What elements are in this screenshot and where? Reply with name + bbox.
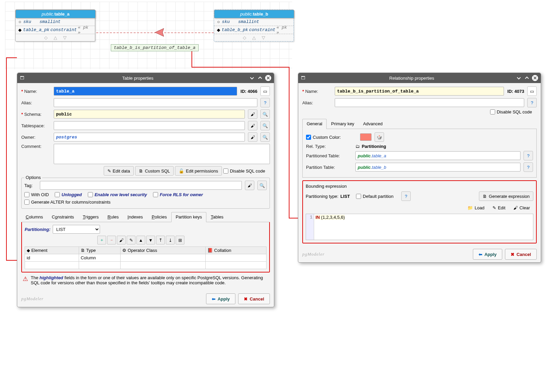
constraint-icon: ◆	[18, 28, 22, 32]
collapse-button[interactable]	[516, 75, 522, 81]
help-button[interactable]: ?	[260, 98, 270, 107]
cancel-button[interactable]: ✖Cancel	[505, 249, 537, 260]
triangle-icon: △	[54, 35, 57, 40]
er-table-b-header: public.table_b	[214, 10, 294, 18]
edit-permissions-button[interactable]: 🔓Edit permissions	[175, 166, 222, 176]
help-button[interactable]: ?	[524, 151, 533, 160]
er-constraint-row[interactable]: ◆table_b_pkconstraint« pk »	[214, 26, 294, 34]
clear-tag-button[interactable]: 🖌	[245, 181, 254, 190]
tab-primary-key[interactable]: Primary key	[327, 119, 359, 129]
help-button[interactable]: ?	[401, 191, 411, 201]
table-row[interactable]	[25, 262, 266, 269]
tab-columns[interactable]: Columns	[21, 212, 47, 222]
col-type-header[interactable]: 🗎 Type	[79, 247, 120, 254]
move-up-button[interactable]: ▲	[136, 236, 145, 244]
close-button[interactable]	[265, 75, 271, 81]
search-owner-button[interactable]: 🔍	[260, 132, 270, 142]
schema-input[interactable]	[54, 110, 245, 119]
tab-indexes[interactable]: Indexes	[123, 212, 148, 222]
id-lookup-button[interactable]: ▭	[527, 86, 537, 96]
partition-table-field: public.table_b	[355, 163, 520, 172]
gen-alter-checkbox[interactable]: Generate ALTER for columns/constraints	[24, 200, 110, 205]
move-top-button[interactable]: ⤒	[156, 236, 165, 244]
custom-color-checkbox[interactable]: Custom Color:	[306, 135, 353, 140]
tab-policies[interactable]: Policies	[147, 212, 171, 222]
er-table-a[interactable]: public.table_a 🔑idserial« pk » ○skusmall…	[15, 9, 95, 42]
edit-data-button[interactable]: ✎Edit data	[104, 166, 134, 176]
expression-code-editor[interactable]: 1 IN (1,2,3,4,5,6)	[306, 214, 533, 240]
color-swatch[interactable]	[360, 133, 372, 141]
tab-triggers[interactable]: Triggers	[78, 212, 103, 222]
tab-constraints[interactable]: Constraints	[47, 212, 78, 222]
tab-partition-keys[interactable]: Partition keys	[171, 212, 206, 222]
remove-button[interactable]: －	[107, 236, 116, 244]
name-label: Name:	[302, 89, 333, 94]
rls-checkbox[interactable]: Enable row level security	[88, 192, 147, 197]
generate-expression-button[interactable]: 🗎Generate expression	[479, 191, 533, 201]
unlogged-checkbox[interactable]: Unlogged	[55, 192, 82, 197]
clear-button[interactable]: 🖌Clear	[510, 203, 533, 212]
alias-label: Alias:	[302, 100, 333, 105]
apply-button[interactable]: ⬅Apply	[206, 293, 235, 304]
expand-button[interactable]	[257, 75, 263, 81]
id-lookup-button[interactable]: ▭	[260, 86, 270, 96]
tab-rules[interactable]: Rules	[103, 212, 123, 222]
move-down-button[interactable]: ▼	[146, 236, 155, 244]
name-input[interactable]	[335, 87, 504, 96]
table-row[interactable]: idColumn	[25, 254, 266, 262]
col-dot-icon: ○	[18, 20, 22, 24]
help-button[interactable]: ?	[524, 162, 533, 172]
load-button[interactable]: 📁Load	[464, 203, 488, 212]
tab-general[interactable]: General	[302, 119, 327, 129]
lock-icon: 🔓	[179, 168, 184, 174]
paint-button[interactable]: 🖌	[117, 236, 126, 244]
clear-schema-button[interactable]: 🖌	[248, 109, 257, 119]
partition-keys-grid[interactable]: ◆ Element 🗎 Type ⚙ Operator Class 📕 Coll…	[25, 246, 266, 269]
col-collation-header[interactable]: 📕 Collation	[206, 247, 266, 254]
custom-sql-button[interactable]: 🗎Custom SQL	[135, 166, 174, 176]
search-tag-button[interactable]: 🔍	[257, 181, 267, 190]
random-color-button[interactable]: 🎲	[375, 132, 384, 142]
clear-owner-button[interactable]: 🖌	[248, 132, 257, 142]
app-logo: pgModeler	[302, 252, 325, 257]
comment-input[interactable]	[54, 144, 270, 164]
add-button[interactable]: ＋	[97, 236, 106, 244]
clear-tablespace-button[interactable]: 🖌	[248, 121, 257, 130]
dialog-title: Relationship properties	[310, 76, 514, 81]
relationship-name-label[interactable]: table_b_is_partition_of_table_a	[111, 44, 199, 51]
cancel-button[interactable]: ✖Cancel	[238, 293, 270, 304]
partitioning-select[interactable]: LIST	[53, 225, 100, 234]
apply-button[interactable]: ⬅Apply	[473, 249, 502, 260]
connector	[192, 67, 289, 68]
alias-input[interactable]	[335, 98, 524, 107]
col-element-header[interactable]: ◆ Element	[25, 247, 79, 254]
owner-input[interactable]	[54, 133, 245, 141]
disable-sql-checkbox[interactable]: Disable SQL code	[490, 109, 532, 114]
expand-icon: ▽	[262, 35, 265, 40]
tag-input[interactable]	[40, 181, 242, 190]
table-tabs: Columns Constraints Triggers Rules Index…	[21, 212, 270, 222]
collapse-button[interactable]	[249, 75, 255, 81]
help-button[interactable]: ?	[527, 98, 537, 107]
alias-input[interactable]	[54, 98, 257, 107]
move-bottom-button[interactable]: ⤓	[166, 236, 175, 244]
search-tablespace-button[interactable]: 🔍	[260, 121, 270, 130]
er-constraint-row[interactable]: ◆table_a_pkconstraint« pk »	[16, 26, 95, 34]
columns-button[interactable]: ⊞	[176, 236, 184, 244]
close-button[interactable]	[532, 75, 538, 81]
name-input[interactable]	[54, 87, 237, 96]
edit-row-button[interactable]: ✎	[127, 236, 135, 244]
tab-advanced[interactable]: Advanced	[359, 119, 387, 129]
expand-button[interactable]	[524, 75, 530, 81]
partitioned-table-field: public.table_a	[355, 151, 520, 160]
edit-button[interactable]: ✎Edit	[489, 203, 509, 212]
er-table-b[interactable]: public.table_b 🔑idserial« pk » ○skusmall…	[214, 9, 294, 42]
with-oid-checkbox[interactable]: With OID	[24, 192, 49, 197]
col-opclass-header[interactable]: ⚙ Operator Class	[121, 247, 206, 254]
tab-tables[interactable]: Tables	[206, 212, 228, 222]
disable-sql-checkbox[interactable]: Disable SQL code	[223, 166, 265, 176]
search-schema-button[interactable]: 🔍	[260, 109, 270, 119]
default-partition-checkbox[interactable]: Default partition	[356, 194, 393, 199]
tablespace-input[interactable]	[54, 121, 245, 130]
force-rls-checkbox[interactable]: Force RLS for owner	[153, 192, 203, 197]
